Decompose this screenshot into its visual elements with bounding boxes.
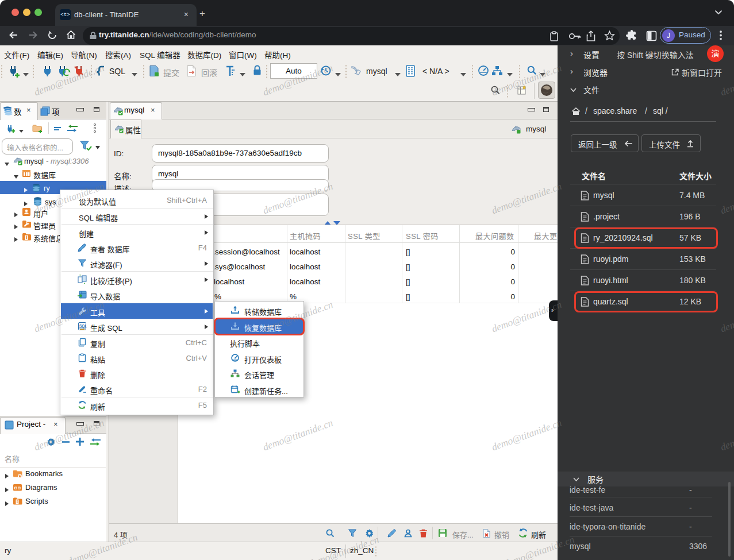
svg-text:SQL: SQL	[79, 324, 87, 329]
